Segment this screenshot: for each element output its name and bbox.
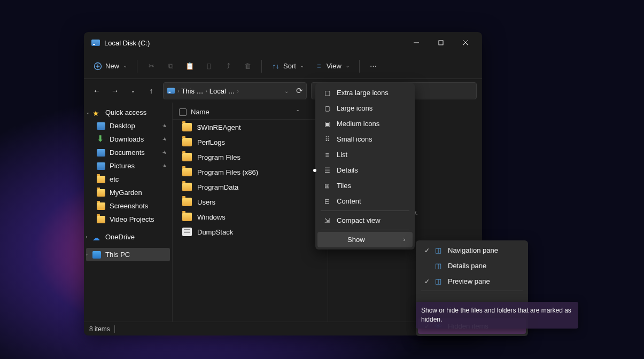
pin-icon: ➤ xyxy=(161,136,168,143)
select-all-checkbox[interactable] xyxy=(179,108,187,116)
tooltip: Show or hide the files and folders that … xyxy=(416,302,578,329)
menu-compact-view[interactable]: ⇲Compact view xyxy=(317,213,413,228)
folder-icon xyxy=(97,202,105,210)
rename-button[interactable]: ⌷ xyxy=(200,59,218,74)
sidebar-downloads[interactable]: ⬇Downloads➤ xyxy=(86,132,170,146)
sidebar-mygarden[interactable]: MyGarden xyxy=(86,186,170,199)
menu-tiles[interactable]: ⊞Tiles xyxy=(317,178,413,193)
check-icon: ✓ xyxy=(424,247,430,254)
chevron-down-icon: ⌄ xyxy=(86,110,90,115)
check-icon: ✓ xyxy=(424,278,430,285)
more-button[interactable]: ⋯ xyxy=(365,59,382,74)
folder-icon xyxy=(182,153,192,161)
compact-icon: ⇲ xyxy=(323,217,331,224)
sort-label: Sort xyxy=(283,62,296,70)
up-button[interactable]: ↑ xyxy=(144,83,159,98)
close-button[interactable] xyxy=(453,34,478,51)
sidebar-screenshots[interactable]: Screenshots xyxy=(86,199,170,213)
view-label: View xyxy=(327,62,342,70)
cloud-icon: ☁ xyxy=(92,233,101,241)
sidebar-documents[interactable]: Documents➤ xyxy=(86,146,170,159)
pictures-icon xyxy=(97,162,105,170)
pc-icon xyxy=(92,251,101,259)
menu-preview-pane[interactable]: ✓◫Preview pane xyxy=(418,274,526,289)
folder-icon xyxy=(182,213,192,221)
column-header-name[interactable]: Name ⌃ xyxy=(173,105,328,120)
file-row[interactable]: Program Files (x86) xyxy=(173,165,328,180)
menu-small-icons[interactable]: ⠿Small icons xyxy=(317,131,413,147)
chevron-right-icon: › xyxy=(404,237,405,243)
pane-icon: ◫ xyxy=(435,262,441,270)
chevron-down-icon[interactable]: ⌄ xyxy=(284,88,289,94)
minimize-button[interactable] xyxy=(404,34,429,51)
menu-list[interactable]: ≡List xyxy=(317,147,413,162)
sidebar-video-projects[interactable]: Video Projects xyxy=(86,213,170,226)
documents-icon xyxy=(97,149,105,157)
view-button[interactable]: ≡ View ⌄ xyxy=(311,59,354,74)
file-row[interactable]: Users xyxy=(173,194,328,209)
breadcrumb-seg[interactable]: This … xyxy=(181,87,203,95)
drive-icon xyxy=(91,40,100,46)
delete-button[interactable]: 🗑 xyxy=(239,59,256,74)
sidebar-desktop[interactable]: Desktop➤ xyxy=(86,119,170,132)
star-icon: ★ xyxy=(92,109,101,116)
file-row[interactable]: Program Files xyxy=(173,150,328,165)
file-row[interactable]: PerfLogs xyxy=(173,135,328,150)
cut-button[interactable]: ✂ xyxy=(143,59,160,74)
file-row[interactable]: Windows xyxy=(173,209,328,224)
grid-icon: ▢ xyxy=(323,89,331,97)
back-button[interactable]: ← xyxy=(89,83,104,98)
sidebar-pictures[interactable]: Pictures➤ xyxy=(86,159,170,173)
drive-icon xyxy=(167,88,175,94)
grid-icon: ▣ xyxy=(323,120,331,128)
menu-extra-large-icons[interactable]: ▢Extra large icons xyxy=(317,85,413,100)
trash-icon: 🗑 xyxy=(243,62,252,71)
chevron-right-icon: › xyxy=(177,88,179,94)
ellipsis-icon: ⋯ xyxy=(369,62,378,71)
sidebar-quick-access[interactable]: ⌄★Quick access xyxy=(86,106,170,119)
menu-navigation-pane[interactable]: ✓◫Navigation pane xyxy=(418,243,526,258)
sort-button[interactable]: ↑↓ Sort ⌄ xyxy=(267,59,308,74)
menu-details-pane[interactable]: ◫Details pane xyxy=(418,258,526,274)
recent-button[interactable]: ⌄ xyxy=(126,83,141,98)
menu-medium-icons[interactable]: ▣Medium icons xyxy=(317,116,413,131)
chevron-down-icon: ⌄ xyxy=(300,64,304,68)
sidebar-onedrive[interactable]: ›☁OneDrive xyxy=(86,230,170,244)
folder-icon xyxy=(182,168,192,176)
share-button[interactable]: ⤴ xyxy=(220,59,237,74)
folder-icon xyxy=(182,183,192,191)
sidebar-etc[interactable]: etc xyxy=(86,173,170,186)
menu-large-icons[interactable]: ▢Large icons xyxy=(317,100,413,116)
grid-icon: ⠿ xyxy=(323,136,331,143)
svg-rect-1 xyxy=(439,41,443,45)
selected-indicator xyxy=(313,169,316,172)
file-row[interactable]: ProgramData xyxy=(173,180,328,194)
pin-icon: ➤ xyxy=(161,122,168,129)
titlebar: Local Disk (C:) xyxy=(84,32,482,53)
desktop-icon xyxy=(97,122,105,130)
chevron-right-icon: › xyxy=(206,88,207,94)
pin-icon: ➤ xyxy=(161,162,168,169)
plus-circle-icon xyxy=(94,62,102,71)
folder-icon xyxy=(182,123,192,131)
menu-content[interactable]: ⊟Content xyxy=(317,193,413,209)
maximize-button[interactable] xyxy=(429,34,453,51)
refresh-button[interactable]: ⟳ xyxy=(296,86,303,96)
menu-show[interactable]: Show› xyxy=(317,232,413,247)
menu-details[interactable]: ☰Details xyxy=(317,162,413,178)
pane-icon: ◫ xyxy=(435,277,441,285)
content-icon: ⊟ xyxy=(323,198,331,205)
paste-button[interactable]: 📋 xyxy=(181,59,198,74)
copy-button[interactable]: ⧉ xyxy=(162,59,179,74)
toolbar: New ⌄ ✂ ⧉ 📋 ⌷ ⤴ 🗑 ↑↓ Sort ⌄ ≡ View ⌄ ⋯ xyxy=(84,53,482,79)
forward-button[interactable]: → xyxy=(107,83,122,98)
address-bar[interactable]: › This … › Local … › ⌄ ⟳ xyxy=(163,82,307,99)
tiles-icon: ⊞ xyxy=(323,182,331,190)
file-row[interactable]: DumpStack xyxy=(173,224,328,239)
pane-icon: ◫ xyxy=(435,246,441,254)
file-row[interactable]: $WinREAgent xyxy=(173,120,328,135)
copy-icon: ⧉ xyxy=(166,62,175,71)
breadcrumb-seg[interactable]: Local … xyxy=(210,87,235,95)
sidebar-this-pc[interactable]: ›This PC xyxy=(86,248,170,261)
new-button[interactable]: New ⌄ xyxy=(89,59,131,74)
